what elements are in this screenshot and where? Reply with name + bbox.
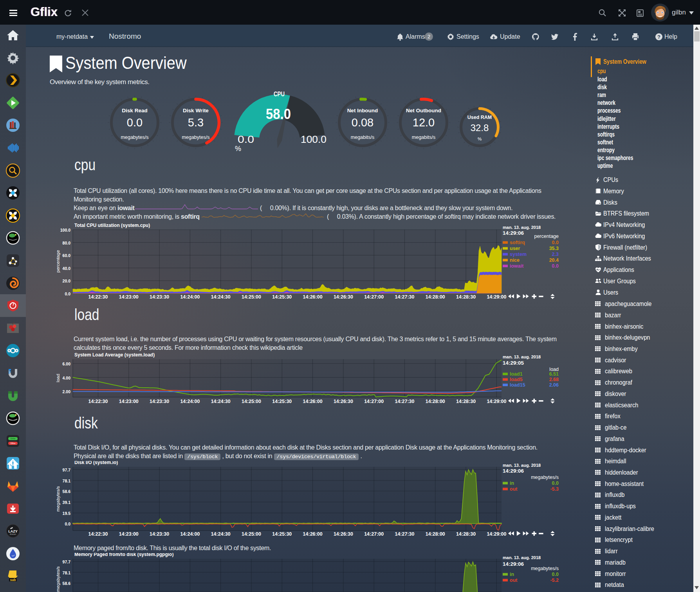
svg-text:megabits/s: megabits/s xyxy=(412,135,435,140)
svg-text:78.1: 78.1 xyxy=(63,479,71,483)
svg-text:14:25:30: 14:25:30 xyxy=(272,294,292,300)
svg-text:0.0: 0.0 xyxy=(127,116,143,129)
svg-text:in: in xyxy=(510,480,514,486)
svg-text:58.6: 58.6 xyxy=(63,581,71,586)
svg-text:14:24:00: 14:24:00 xyxy=(180,399,200,404)
svg-text:6.51: 6.51 xyxy=(549,371,559,377)
svg-text:load: load xyxy=(56,374,60,382)
svg-text:0.0: 0.0 xyxy=(552,572,559,577)
svg-text:?: ? xyxy=(657,34,660,40)
svg-text:14:24:00: 14:24:00 xyxy=(180,294,200,300)
svg-text:14:22:30: 14:22:30 xyxy=(88,294,108,300)
svg-text:14:25:00: 14:25:00 xyxy=(242,294,261,300)
svg-text:20.4: 20.4 xyxy=(549,257,559,263)
svg-text:80.0: 80.0 xyxy=(63,241,71,245)
svg-text:2.00: 2.00 xyxy=(63,389,71,394)
svg-text:0.0: 0.0 xyxy=(552,240,559,245)
svg-text:0.0: 0.0 xyxy=(552,480,559,486)
svg-text:out: out xyxy=(510,486,518,492)
svg-text:14:28:00: 14:28:00 xyxy=(426,294,445,300)
svg-text:CPU: CPU xyxy=(274,90,285,98)
svg-text:14:22:30: 14:22:30 xyxy=(88,399,108,404)
svg-text:nice: nice xyxy=(510,257,520,263)
svg-text:-5.3: -5.3 xyxy=(550,486,559,492)
svg-text:14:29:00: 14:29:00 xyxy=(487,399,506,404)
svg-text:14:28:30: 14:28:30 xyxy=(456,294,476,300)
svg-text:user: user xyxy=(510,246,520,251)
svg-text:14:29:06: 14:29:06 xyxy=(503,561,524,567)
svg-text:20.0: 20.0 xyxy=(63,279,71,283)
svg-text:man. 13. aug. 2018: man. 13. aug. 2018 xyxy=(503,354,541,359)
svg-text:14:26:00: 14:26:00 xyxy=(303,294,323,300)
svg-text:14:27:00: 14:27:00 xyxy=(364,294,384,300)
svg-text:14:25:30: 14:25:30 xyxy=(272,399,292,404)
svg-text:softirq: softirq xyxy=(510,240,525,245)
svg-text:iowait: iowait xyxy=(510,263,524,269)
svg-text:megabytes/s: megabytes/s xyxy=(531,475,559,480)
svg-text:14:25:00: 14:25:00 xyxy=(242,399,261,404)
svg-text:14:24:30: 14:24:30 xyxy=(211,399,231,404)
svg-text:58.6: 58.6 xyxy=(63,489,71,494)
svg-text:14:24:30: 14:24:30 xyxy=(211,294,231,300)
svg-text:32.8: 32.8 xyxy=(471,122,489,133)
svg-text:Total CPU utilization (system.: Total CPU utilization (system.cpu) xyxy=(74,223,150,228)
svg-text:percentage: percentage xyxy=(534,234,559,239)
svg-text:0.08: 0.08 xyxy=(352,116,373,129)
svg-text:14:29:00: 14:29:00 xyxy=(487,531,506,537)
svg-text:2.06: 2.06 xyxy=(549,382,559,388)
svg-text:out: out xyxy=(510,578,518,583)
svg-text:14:23:00: 14:23:00 xyxy=(119,531,139,537)
svg-text:Offline: Offline xyxy=(11,443,16,444)
svg-text:40.0: 40.0 xyxy=(63,266,71,271)
svg-text:load15: load15 xyxy=(510,382,525,388)
svg-text:14:28:00: 14:28:00 xyxy=(426,531,445,537)
svg-text:14:25:00: 14:25:00 xyxy=(242,531,261,537)
svg-text:megabytes/s: megabytes/s xyxy=(121,135,149,140)
svg-text:4.00: 4.00 xyxy=(63,376,71,380)
svg-text:19.5: 19.5 xyxy=(63,511,71,516)
svg-text:14:26:00: 14:26:00 xyxy=(303,531,323,537)
svg-text:Net Outbound: Net Outbound xyxy=(406,108,441,113)
svg-text:14:27:30: 14:27:30 xyxy=(395,399,414,404)
svg-text:0.0: 0.0 xyxy=(238,134,254,145)
svg-text:megabytes/s: megabytes/s xyxy=(182,135,210,140)
svg-text:sab: sab xyxy=(10,578,16,582)
svg-text:14:28:30: 14:28:30 xyxy=(456,399,476,404)
svg-text:14:24:00: 14:24:00 xyxy=(180,531,200,537)
svg-text:14:24:30: 14:24:30 xyxy=(211,531,231,537)
svg-text:14:26:30: 14:26:30 xyxy=(334,531,353,537)
svg-text:14:26:00: 14:26:00 xyxy=(303,399,323,404)
svg-text:2.3: 2.3 xyxy=(552,252,559,257)
svg-text:system: system xyxy=(510,252,527,257)
svg-text:megabytes/s: megabytes/s xyxy=(531,566,559,571)
svg-text:Online: Online xyxy=(10,438,16,440)
svg-text:14:22:30: 14:22:30 xyxy=(88,531,108,537)
svg-text:megabits/s: megabits/s xyxy=(351,135,374,140)
svg-text:14:27:00: 14:27:00 xyxy=(364,531,384,537)
svg-text:System Load Average (system.lo: System Load Average (system.load) xyxy=(74,352,155,358)
svg-text:14:26:30: 14:26:30 xyxy=(334,399,353,404)
svg-text:0.0: 0.0 xyxy=(65,522,70,526)
svg-text:megabytes/s: megabytes/s xyxy=(56,566,60,592)
svg-text:Net Inbound: Net Inbound xyxy=(347,108,378,113)
svg-text:5.3: 5.3 xyxy=(188,116,204,129)
svg-text:14:29:06: 14:29:06 xyxy=(503,468,524,474)
svg-text:-5.2: -5.2 xyxy=(550,578,559,583)
svg-text:14:25:30: 14:25:30 xyxy=(272,531,292,537)
svg-text:Disk Read: Disk Read xyxy=(122,108,147,113)
svg-text:man. 13. aug. 2018: man. 13. aug. 2018 xyxy=(503,555,541,560)
svg-text:%: % xyxy=(235,145,241,153)
svg-text:97.7: 97.7 xyxy=(63,560,71,564)
svg-text:man. 13. aug. 2018: man. 13. aug. 2018 xyxy=(503,463,541,468)
svg-text:14:23:00: 14:23:00 xyxy=(119,294,139,300)
svg-text:14:27:30: 14:27:30 xyxy=(395,531,414,537)
svg-text:Memory Paged from/to disk (sys: Memory Paged from/to disk (system.pgpgio… xyxy=(74,553,173,557)
svg-text:14:27:30: 14:27:30 xyxy=(395,294,414,300)
svg-text:12.0: 12.0 xyxy=(413,116,435,129)
svg-text:in: in xyxy=(510,572,514,577)
svg-text:14:28:00: 14:28:00 xyxy=(426,399,445,404)
svg-text:14:23:30: 14:23:30 xyxy=(150,531,169,537)
svg-text:Disk I/O (system.io): Disk I/O (system.io) xyxy=(74,461,118,465)
svg-text:14:29:00: 14:29:00 xyxy=(487,294,506,300)
svg-text:35.3: 35.3 xyxy=(549,246,559,251)
